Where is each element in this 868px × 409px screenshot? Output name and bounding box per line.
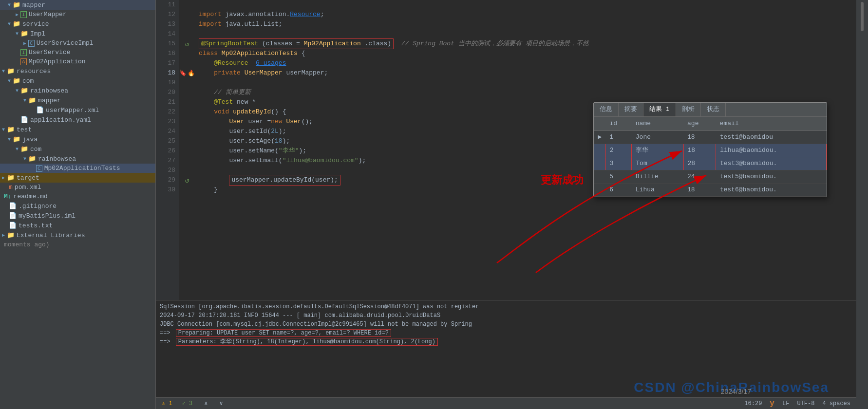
usages-link[interactable]: 6 usages (256, 58, 286, 68)
col-indicator (594, 117, 606, 131)
results-tab-summary[interactable]: 摘要 (619, 103, 643, 116)
results-tab-profiling[interactable]: 剖析 (676, 103, 701, 116)
file-icon: 📄 (9, 222, 17, 229)
gutter-run-15[interactable]: ↺ (179, 39, 195, 49)
cell-email: test6@baomidou. (716, 184, 827, 197)
code-text (248, 58, 256, 68)
line-num-24: 24 (156, 127, 175, 136)
sidebar-item-impl[interactable]: ▼ 📁 Impl (0, 29, 155, 38)
gutter-row (179, 117, 195, 127)
results-rows: ▶1Jone18test1@baomidou2李华18lihua@baomido… (594, 131, 827, 197)
console-box: Parameters: 李华(String), 18(Integer), lih… (176, 338, 438, 346)
col-email: email (716, 117, 827, 131)
line-num-29: 29 (156, 175, 175, 185)
sidebar-item-service[interactable]: ▼ 📁 service (0, 19, 155, 29)
sidebar-item-gitignore[interactable]: ▶ 📄 .gitignore (0, 201, 155, 211)
sidebar-item-mybatisplus-iml[interactable]: ▶ 📄 myBatisPlus.iml (0, 211, 155, 221)
sidebar-item-label: mapper (38, 97, 61, 104)
code-text (199, 175, 229, 185)
interface-icon: I (20, 11, 27, 18)
code-text (199, 117, 229, 127)
sidebar-item-com[interactable]: ▼ 📁 com (0, 76, 155, 86)
line-num-14: 14 (156, 29, 175, 39)
line-num-25: 25 (156, 136, 175, 146)
sidebar-item-readme[interactable]: M↓ readme.md (0, 192, 155, 201)
sidebar-item-mapper2[interactable]: ▼ 📁 mapper (0, 95, 155, 105)
file-tree: ▼ 📁 mapper ▶ I UserMapper ▼ 📁 service ▼ … (0, 0, 156, 409)
class-icon: C (36, 165, 42, 172)
line-ending[interactable]: LF (782, 400, 789, 407)
sidebar-item-rainbowsea2[interactable]: ▼ 📁 rainbowsea (0, 154, 155, 164)
sidebar-item-mp02app[interactable]: ▶ A Mp02Application (0, 57, 155, 66)
keyword: void (214, 107, 229, 117)
sidebar-item-java2[interactable]: ▼ 📁 java (0, 134, 155, 144)
status-bar: ⚠ 1 ✓ 3 ∧ ∨ 16:29 y LF UTF-8 4 spaces (156, 397, 856, 409)
code-text (241, 68, 245, 78)
code-line-17: @Resource 6 usages (199, 58, 856, 68)
code-line-19 (199, 78, 856, 88)
results-tab-status[interactable]: 状态 (701, 103, 726, 116)
cell-name: Lihua (632, 184, 683, 197)
sidebar-item-mp02apptests[interactable]: ▶ C Mp02ApplicationTests (0, 164, 155, 173)
gutter-row (179, 78, 195, 88)
sidebar-item-label: Impl (30, 30, 45, 37)
expand-arrow: ▼ (8, 21, 11, 27)
sidebar-item-mapper[interactable]: ▼ 📁 mapper (0, 0, 155, 10)
sidebar-item-appyaml[interactable]: ▶ 📄 application.yaml (0, 115, 155, 125)
gutter-row (179, 0, 195, 10)
file-icon: 📄 (9, 212, 17, 220)
indent[interactable]: 4 spaces (822, 400, 850, 407)
encoding[interactable]: UTF-8 (797, 400, 814, 407)
sidebar-item-target[interactable]: ▶ 📁 target (0, 173, 155, 183)
sidebar-item-label: rainbowsea (38, 155, 76, 163)
sidebar-item-tests-txt[interactable]: ▶ 📄 tests.txt (0, 221, 155, 230)
results-tab-result1[interactable]: 结果 1 (643, 103, 676, 116)
code-text (199, 58, 214, 68)
keyword: import (199, 10, 222, 19)
resource-link[interactable]: Resource (290, 10, 320, 19)
line-num-13: 13 (156, 19, 175, 29)
sidebar-item-label: userMapper.xml (46, 107, 99, 114)
sidebar-item-label: mapper (22, 1, 45, 9)
sidebar-item-test[interactable]: ▼ 📁 test (0, 125, 155, 134)
cell-email: test5@baomidou. (716, 170, 827, 184)
gutter-run-29[interactable]: ↺ (179, 175, 195, 185)
code-text: user.setAge( (199, 136, 275, 146)
sidebar-item-resources[interactable]: ▼ 📁 resources (0, 66, 155, 76)
sidebar-item-label: External Libraries (17, 232, 85, 239)
sidebar-item-label: service (22, 20, 49, 28)
code-text (199, 88, 214, 97)
collapse-icon[interactable]: ∨ (220, 400, 223, 407)
console-line-2: 2024-09-17 20:17:20.181 INFO 15644 --- [… (160, 311, 852, 320)
line-num-12: 12 (156, 10, 175, 19)
keyword: new (271, 117, 282, 127)
results-tab-info[interactable]: 信息 (594, 103, 619, 116)
expand-icon[interactable]: ∧ (204, 400, 208, 407)
gutter-row (179, 107, 195, 117)
keyword: class (199, 49, 218, 58)
code-text[interactable]: import javax.annotation. Resource ; impo… (195, 0, 856, 300)
folder-icon: 📁 (20, 87, 28, 94)
cell-email: lihua@baomidou. (716, 144, 827, 157)
sidebar-item-com2[interactable]: ▼ 📁 com (0, 144, 155, 154)
folder-icon: 📁 (20, 145, 28, 153)
number: 2L (271, 127, 279, 136)
results-data-table: id name age email ▶1Jone18test1@baomidou… (594, 117, 827, 197)
sidebar-item-label: Mp02ApplicationTests (44, 165, 120, 172)
sidebar-item-userserviceimpl[interactable]: ▶ C UserServiceImpl (0, 38, 155, 48)
class-icon: C (28, 40, 35, 47)
scrollbar-thumb[interactable] (861, 2, 864, 31)
bookmark-icon: 🔖 (179, 70, 187, 77)
sidebar-item-rainbowsea[interactable]: ▼ 📁 rainbowsea (0, 86, 155, 95)
sidebar-item-pomxml[interactable]: ▶ m pom.xml (0, 183, 155, 192)
sidebar-item-usermapper-xml[interactable]: ▶ 📄 userMapper.xml (0, 105, 155, 115)
code-text: ); (283, 136, 290, 146)
sidebar-item-label: UserService (29, 49, 71, 56)
cell-id: 1 (605, 131, 631, 144)
sidebar-item-external-libs[interactable]: ▶ 📁 External Libraries (0, 230, 155, 240)
date-info: 2024/3/17 (721, 388, 751, 395)
code-text: user.setName( (199, 146, 279, 156)
gutter: ↺ 🔖 🔥 ↺ (179, 0, 195, 300)
sidebar-item-usermapper[interactable]: ▶ I UserMapper (0, 10, 155, 19)
sidebar-item-userservice[interactable]: ▶ I UserService (0, 48, 155, 57)
